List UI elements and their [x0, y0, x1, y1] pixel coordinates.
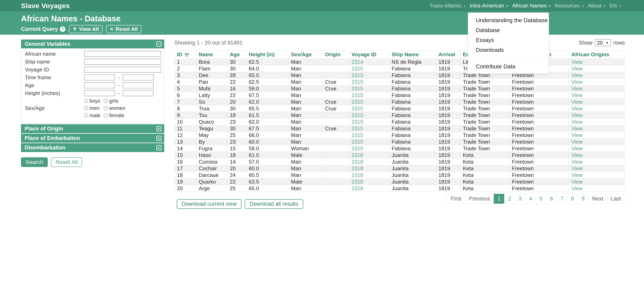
ship-name-input[interactable] — [84, 59, 161, 65]
voyage-id-link[interactable]: 2318 — [352, 172, 363, 178]
expand-plus-icon[interactable]: + — [156, 126, 162, 131]
voyage-id-link[interactable]: 2315 — [352, 72, 363, 78]
nav-item-intra-american[interactable]: Intra-American▼Understanding the Databas… — [468, 0, 510, 12]
voyage-id-link[interactable]: 2318 — [352, 185, 363, 192]
checkbox-boys[interactable] — [84, 99, 88, 103]
page-7[interactable]: 7 — [557, 194, 567, 204]
view-link[interactable]: View — [571, 146, 583, 152]
brand-title[interactable]: Slave Voyages — [21, 2, 70, 10]
voyage-id-link[interactable]: 2315 — [352, 146, 363, 152]
column-header-age[interactable]: Age — [228, 50, 246, 59]
checkbox-female[interactable] — [104, 114, 108, 118]
download-all-results-button[interactable]: Download all results — [245, 199, 303, 209]
age-to-input[interactable] — [123, 82, 154, 88]
search-button[interactable]: Search — [21, 157, 48, 167]
dropdown-item-contribute-data[interactable]: Contribute Data — [468, 62, 549, 72]
checkbox-male[interactable] — [84, 114, 88, 118]
panel-disembarkation[interactable]: Disembarkation+ — [21, 143, 164, 152]
page-8[interactable]: 8 — [567, 194, 578, 204]
voyage-id-link[interactable]: 2315 — [352, 112, 363, 118]
download-current-view-button[interactable]: Download current view — [177, 199, 242, 209]
page-5[interactable]: 5 — [536, 194, 546, 204]
nav-item-en[interactable]: EN▼ — [608, 0, 623, 12]
checkbox-girls[interactable] — [104, 99, 108, 103]
page-4[interactable]: 4 — [525, 194, 536, 204]
view-link[interactable]: View — [571, 66, 583, 72]
voyage-id-link[interactable]: 2315 — [352, 106, 363, 112]
view-link[interactable]: View — [571, 185, 583, 192]
view-link[interactable]: View — [571, 72, 583, 78]
view-link[interactable]: View — [571, 179, 583, 185]
voyage-id-link[interactable]: 2315 — [352, 86, 363, 92]
age-from-input[interactable] — [84, 82, 115, 88]
expand-plus-icon[interactable]: + — [156, 145, 162, 150]
page-3[interactable]: 3 — [515, 194, 525, 204]
help-icon[interactable]: ? — [60, 26, 65, 32]
height-inches-from-input[interactable] — [84, 90, 115, 96]
column-header-height-in[interactable]: Height (in) — [246, 50, 288, 59]
checkbox-women[interactable] — [104, 106, 108, 110]
voyage-id-link[interactable]: 2314 — [352, 59, 363, 65]
view-link[interactable]: View — [571, 79, 583, 85]
panel-place-of-embarkation[interactable]: Place of Embarkation+ — [21, 134, 164, 142]
page-6[interactable]: 6 — [546, 194, 557, 204]
nav-item-trans-atlantic[interactable]: Trans-Atlantic▼ — [428, 0, 468, 12]
voyage-id-input[interactable] — [84, 66, 161, 72]
dropdown-item-understanding-the-database[interactable]: Understanding the Database — [468, 15, 549, 25]
page-2[interactable]: 2 — [504, 194, 515, 204]
view-link[interactable]: View — [571, 166, 583, 172]
sidebar-reset-all-button[interactable]: Reset All — [51, 157, 82, 167]
column-header-origin[interactable]: Origin — [322, 50, 349, 59]
voyage-id-link[interactable]: 2315 — [352, 79, 363, 85]
voyage-id-link[interactable]: 2318 — [352, 179, 363, 185]
view-link[interactable]: View — [571, 172, 583, 178]
page-first[interactable]: First — [447, 194, 465, 204]
view-link[interactable]: View — [571, 86, 583, 92]
view-link[interactable]: View — [571, 159, 583, 165]
column-header-arrival[interactable]: Arrival — [436, 50, 460, 59]
voyage-id-link[interactable]: 2318 — [352, 166, 363, 172]
collapse-minus-icon[interactable]: − — [156, 42, 162, 46]
view-link[interactable]: View — [571, 132, 583, 138]
voyage-id-link[interactable]: 2315 — [352, 119, 363, 125]
time-frame-from-input[interactable] — [84, 74, 115, 80]
page-1[interactable]: 1 — [494, 194, 504, 204]
voyage-id-link[interactable]: 2315 — [352, 132, 363, 138]
view-link[interactable]: View — [571, 126, 583, 132]
nav-item-about[interactable]: About▼ — [586, 0, 608, 12]
view-link[interactable]: View — [571, 152, 583, 158]
voyage-id-link[interactable]: 2318 — [352, 159, 363, 165]
nav-item-resources[interactable]: Resources▼ — [553, 0, 586, 12]
voyage-id-link[interactable]: 2315 — [352, 126, 363, 132]
column-header-name[interactable]: Name — [196, 50, 228, 59]
column-header-african-origins[interactable]: African Origins — [569, 50, 625, 59]
voyage-id-link[interactable]: 2315 — [352, 139, 363, 145]
voyage-id-link[interactable]: 2315 — [352, 99, 363, 105]
page-next[interactable]: Next — [588, 194, 607, 204]
page-9[interactable]: 9 — [578, 194, 588, 204]
dropdown-item-database[interactable]: Database — [468, 25, 549, 35]
african-name-input[interactable] — [84, 51, 161, 57]
column-header-id[interactable]: ID — [174, 50, 196, 59]
page-previous[interactable]: Previous — [465, 194, 494, 204]
dropdown-item-downloads[interactable]: Downloads — [468, 45, 549, 55]
view-link[interactable]: View — [571, 139, 583, 145]
height-inches-to-input[interactable] — [123, 90, 154, 96]
reset-all-button[interactable]: ✕ Reset All — [106, 25, 142, 33]
panel-general-variables[interactable]: General Variables − — [21, 40, 164, 48]
view-link[interactable]: View — [571, 59, 583, 65]
view-link[interactable]: View — [571, 92, 583, 98]
voyage-id-link[interactable]: 2315 — [352, 92, 363, 98]
column-header-ship-name[interactable]: Ship Name — [389, 50, 436, 59]
column-header-voyage-id[interactable]: Voyage ID — [349, 50, 389, 59]
voyage-id-link[interactable]: 2318 — [352, 152, 363, 158]
view-link[interactable]: View — [571, 106, 583, 112]
column-header-sex-age[interactable]: Sex/Age — [288, 50, 322, 59]
view-link[interactable]: View — [571, 99, 583, 105]
view-link[interactable]: View — [571, 112, 583, 118]
dropdown-item-essays[interactable]: Essays — [468, 35, 549, 45]
expand-plus-icon[interactable]: + — [156, 136, 162, 141]
nav-item-african-names[interactable]: African Names▼ — [510, 0, 553, 12]
checkbox-men[interactable] — [84, 106, 88, 110]
view-link[interactable]: View — [571, 119, 583, 125]
